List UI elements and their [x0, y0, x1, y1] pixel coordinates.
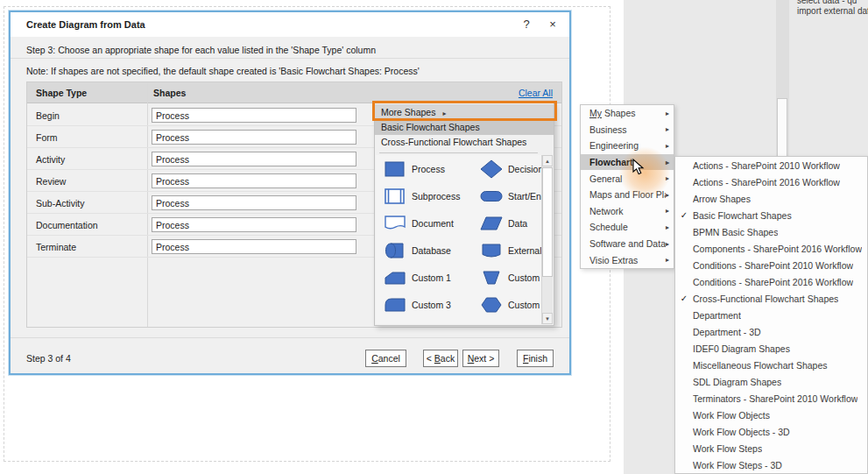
- decision-shape-icon: [480, 159, 503, 179]
- menu-item-visio-extras[interactable]: Visio Extras▸: [581, 251, 674, 268]
- menu-item-department-3d[interactable]: Department - 3D: [675, 323, 867, 340]
- menu-item-bpmn-basic-shapes[interactable]: BPMN Basic Shapes: [675, 223, 867, 240]
- menu-item-work-flow-objects-3d[interactable]: Work Flow Objects - 3D: [675, 423, 867, 440]
- submenu-arrow-icon: ▸: [666, 191, 669, 199]
- menu-item-actions-sp2010[interactable]: Actions - SharePoint 2010 Workflow: [675, 157, 867, 173]
- submenu-arrow-icon: ▸: [666, 240, 669, 248]
- external-data-shape-icon: [480, 241, 503, 260]
- menu-item-maps-and-floor-plans[interactable]: Maps and Floor Plans▸: [581, 187, 674, 203]
- close-icon[interactable]: ×: [545, 18, 561, 32]
- note-text: Note: If shapes are not specified, the d…: [26, 66, 420, 76]
- submenu-arrow-icon: ▸: [666, 207, 669, 215]
- gallery-item-custom-4[interactable]: Custom 4: [480, 291, 541, 318]
- gallery-item-document[interactable]: Document: [384, 209, 464, 237]
- menu-item-work-flow-steps-3d[interactable]: Work Flow Steps - 3D: [675, 456, 867, 473]
- menu-item-general[interactable]: General▸: [581, 170, 674, 187]
- gallery-item-custom-2[interactable]: Custom 2: [480, 264, 541, 291]
- shape-value-input[interactable]: [152, 130, 356, 145]
- check-icon: ✓: [675, 210, 693, 220]
- step-instruction: Step 3: Choose an appropriate shape for …: [26, 45, 376, 55]
- shape-picker-panel: More Shapes▸ Basic Flowchart Shapes Cros…: [374, 103, 554, 326]
- menu-item-idef0-diagram-shapes[interactable]: IDEF0 Diagram Shapes: [675, 340, 867, 357]
- menu-item-software-and-database[interactable]: Software and Database▸: [581, 236, 674, 252]
- submenu-arrow-icon: ▸: [666, 159, 669, 166]
- menu-item-network[interactable]: Network▸: [581, 203, 674, 220]
- partial-shape-icon: [480, 322, 503, 325]
- menu-item-conditions-sp2016[interactable]: Conditions - SharePoint 2016 Workflow: [675, 273, 867, 290]
- shape-value-input[interactable]: [152, 173, 356, 188]
- divider: [379, 152, 538, 153]
- task-pane-text-line1: select data - qu: [797, 0, 857, 6]
- menu-item-flowchart[interactable]: Flowchart▸: [581, 154, 674, 171]
- task-pane-scrollbar-thumb[interactable]: [777, 98, 787, 158]
- scroll-up-icon[interactable]: ▲: [542, 155, 553, 166]
- custom-1-shape-icon: [384, 268, 406, 287]
- next-button[interactable]: Next >: [462, 350, 499, 367]
- shape-value-input[interactable]: [152, 217, 356, 232]
- menu-item-schedule[interactable]: Schedule▸: [581, 219, 674, 236]
- menu-item-miscellaneous-flowchart-shapes[interactable]: Miscellaneous Flowchart Shapes: [675, 357, 867, 373]
- shape-type-label: Terminate: [36, 242, 76, 252]
- finish-button[interactable]: Finish: [517, 350, 554, 367]
- gallery-item-partial[interactable]: [480, 318, 541, 324]
- cancel-button[interactable]: Cancel: [365, 350, 406, 367]
- more-shapes-menu-item[interactable]: More Shapes▸: [375, 104, 554, 120]
- start-end-shape-icon: [480, 187, 503, 206]
- gallery-item-partial[interactable]: [384, 318, 464, 324]
- menu-item-basic-flowchart-shapes[interactable]: ✓Basic Flowchart Shapes: [675, 207, 867, 223]
- gallery-item-database[interactable]: Database: [384, 237, 464, 264]
- help-icon[interactable]: ?: [519, 18, 534, 32]
- shape-type-label: Documentation: [36, 220, 98, 230]
- document-shape-icon: [384, 214, 406, 233]
- menu-item-work-flow-objects[interactable]: Work Flow Objects: [675, 407, 867, 423]
- submenu-arrow-icon: ▸: [442, 110, 446, 117]
- gallery-scrollbar[interactable]: ▲ ▼: [541, 155, 553, 324]
- menu-item-conditions-sp2010[interactable]: Conditions - SharePoint 2010 Workflow: [675, 257, 867, 273]
- back-button[interactable]: < Back: [423, 350, 458, 367]
- menu-item-my-shapes[interactable]: My Shapes▸: [581, 105, 674, 122]
- menu-item-business[interactable]: Business▸: [581, 122, 674, 138]
- flowchart-stencil-menu: Actions - SharePoint 2010 Workflow Actio…: [674, 156, 868, 474]
- gallery-item-start-end[interactable]: Start/End: [480, 182, 541, 209]
- menu-item-cross-functional-flowchart-shapes[interactable]: ✓Cross-Functional Flowchart Shapes: [675, 290, 867, 307]
- column-header-shapes: Shapes: [153, 88, 186, 98]
- stencil-item-basic-flowchart[interactable]: Basic Flowchart Shapes: [375, 120, 554, 135]
- check-icon: ✓: [675, 294, 693, 303]
- shape-value-input[interactable]: [152, 239, 356, 254]
- gallery-item-custom-3[interactable]: Custom 3: [384, 291, 464, 318]
- shape-type-label: Review: [36, 176, 66, 187]
- gallery-item-custom-1[interactable]: Custom 1: [384, 264, 464, 291]
- menu-item-actions-sp2016[interactable]: Actions - SharePoint 2016 Workflow: [675, 173, 867, 190]
- stencil-item-cross-functional[interactable]: Cross-Functional Flowchart Shapes: [375, 135, 554, 150]
- submenu-arrow-icon: ▸: [666, 223, 669, 231]
- submenu-arrow-icon: ▸: [666, 110, 669, 117]
- task-pane-text-line2: import external data: [797, 6, 868, 17]
- gallery-item-external-data[interactable]: External D...: [480, 237, 541, 264]
- step-count-label: Step 3 of 4: [26, 353, 71, 364]
- more-shapes-label: More Shapes: [381, 107, 435, 117]
- shape-value-input[interactable]: [152, 195, 356, 210]
- gallery-item-data[interactable]: Data: [480, 209, 541, 237]
- menu-item-sdl-diagram-shapes[interactable]: SDL Diagram Shapes: [675, 373, 867, 390]
- submenu-arrow-icon: ▸: [666, 174, 669, 182]
- menu-item-arrow-shapes[interactable]: Arrow Shapes: [675, 190, 867, 207]
- clear-all-link[interactable]: Clear All: [519, 88, 553, 98]
- gallery-item-decision[interactable]: Decision: [480, 155, 541, 182]
- scroll-down-icon[interactable]: ▼: [542, 313, 553, 324]
- gallery-item-subprocess[interactable]: Subprocess: [384, 182, 464, 209]
- menu-item-components-sp2016[interactable]: Components - SharePoint 2016 Workflow: [675, 240, 867, 257]
- shape-value-input[interactable]: [152, 152, 356, 166]
- menu-item-engineering[interactable]: Engineering▸: [581, 138, 674, 154]
- column-header-shape-type: Shape Type: [36, 88, 87, 98]
- gallery-item-process[interactable]: Process: [384, 155, 464, 182]
- submenu-arrow-icon: ▸: [666, 256, 669, 264]
- subprocess-shape-icon: [384, 187, 406, 206]
- shape-value-input[interactable]: [152, 108, 356, 123]
- menu-item-terminators-sp2010[interactable]: Terminators - SharePoint 2010 Workflow: [675, 390, 867, 407]
- menu-item-department[interactable]: Department: [675, 307, 867, 323]
- gallery-scrollbar-thumb[interactable]: [542, 167, 553, 277]
- dialog-title: Create Diagram from Data: [26, 19, 145, 30]
- shape-type-label: Form: [36, 132, 58, 143]
- shape-type-label: Begin: [36, 110, 60, 121]
- menu-item-work-flow-steps[interactable]: Work Flow Steps: [675, 440, 867, 456]
